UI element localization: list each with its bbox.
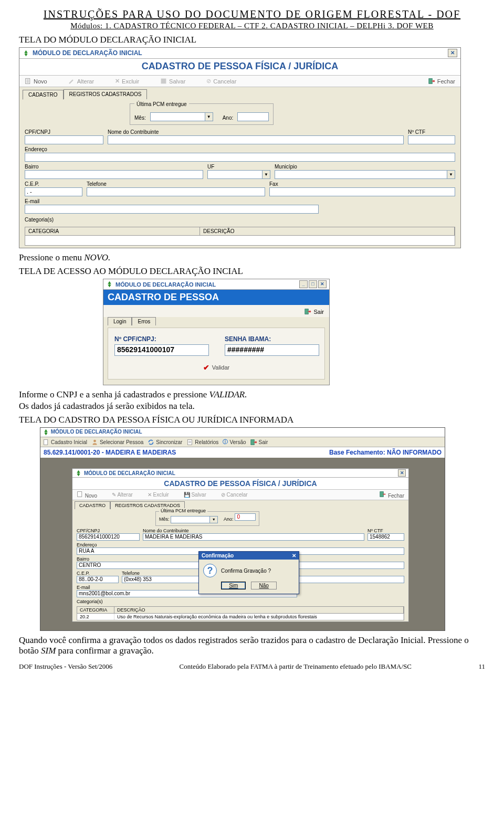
svg-point-5 [93,439,96,442]
menu-cadastro[interactable]: Cadastro Inicial [43,438,87,446]
screenshot-1: MÓDULO DE DECLARAÇÃO INICIAL ✕ CADASTRO … [19,47,461,248]
ano-input[interactable] [237,112,269,121]
categoria-grid-header: CATEGORIA DESCRIÇÃO [77,606,404,614]
window-subtitle: CADASTRO DE PESSOA FÍSICA / JURÍDICA [19,59,460,76]
col-categoria: CATEGORIA [77,607,114,613]
mes-label: Mês: [134,115,146,121]
exit-icon [428,78,435,85]
tab-cadastro[interactable]: CADASTRO [23,90,64,100]
uf-select[interactable]: ▼ [207,170,270,179]
tree-icon [23,50,29,57]
svg-rect-8 [78,492,82,497]
screenshot-3: MÓDULO DE DECLARAÇÃO INICIAL Cadastro In… [40,427,445,631]
bairro-label: Bairro [25,164,203,170]
close-icon[interactable]: ✕ [448,49,457,57]
cell-categoria: 20.2 [77,614,114,620]
tab-login[interactable]: Login [108,317,132,325]
excluir-button[interactable]: ✕ Excluir [148,492,169,498]
footer-page: 11 [478,662,485,671]
ano-label: Ano: [224,517,234,522]
banner: CADASTRO DE PESSOA [103,290,329,305]
maximize-icon[interactable]: □ [309,280,317,288]
municipio-select[interactable]: ▼ [275,170,455,179]
sim-button[interactable]: Sim [221,582,246,589]
cpfcnpj-input[interactable]: 85629141000120 [77,533,140,541]
municipio-label: Município [275,164,455,170]
close-icon[interactable]: ✕ [398,469,406,477]
nome-input[interactable] [108,135,404,144]
salvar-button[interactable]: 💾 Salvar [184,492,206,498]
senha-input[interactable]: ######### [225,344,319,356]
cancelar-button[interactable]: ⊘ Cancelar [221,492,248,498]
fechar-button[interactable]: Fechar [380,491,404,499]
close-icon[interactable]: ✕ [318,280,327,288]
fax-label: Fax [269,181,455,187]
pcm-legend: Última PCM entregue [134,101,189,107]
cancelar-button[interactable]: ⊘Cancelar [206,78,236,85]
menu-selecionar[interactable]: Selecionar Pessoa [91,438,143,446]
footer: DOF Instruções - Versão Set/2006 Conteúd… [19,662,485,671]
mes-select[interactable]: ▼ [150,112,213,121]
nctf-input[interactable] [408,135,455,144]
nao-button[interactable]: Não [251,582,276,589]
window-title: MÓDULO DE DECLARAÇÃO INICIAL [33,49,142,57]
alterar-button[interactable]: Alterar [68,78,94,85]
categorias-label: Categoria(s) [77,599,404,604]
svg-rect-1 [161,79,166,84]
page-icon [43,439,49,446]
bairro-input[interactable] [25,170,203,179]
telefone-input[interactable] [87,187,265,196]
novo-button[interactable]: Novo [25,78,47,85]
mes-select[interactable]: ▼ [171,516,218,523]
categoria-grid-body [25,236,455,246]
cell-descricao: Uso de Recursos Naturais-exploração econ… [114,614,404,620]
ano-label: Ano: [223,115,234,121]
sair-button[interactable]: Sair [304,308,324,315]
salvar-button[interactable]: Salvar [160,78,185,85]
fax-input[interactable] [269,187,455,196]
section-3-label: TELA DO CADSTRO DA PESSOA FÍSICA OU JURÍ… [19,415,485,425]
cep-input[interactable]: 88..00-2-0 [77,576,119,583]
instruction-1: Pressione o menu NOVO. [19,252,485,263]
cpf-input[interactable]: 85629141000107 [114,344,209,356]
menu-versao[interactable]: ⓘVersão [223,438,246,446]
email-input[interactable] [25,205,319,214]
menu-relatorios[interactable]: Relatórios [186,438,218,446]
close-icon[interactable]: ✕ [292,553,296,558]
window-title: MÓDULO DE DECLARAÇÃO INICIAL [116,281,216,288]
tab-registros[interactable]: REGISTROS CADASTRADOS [64,89,148,99]
ano-input[interactable]: 0 [235,513,256,521]
cancel-icon: ⊘ [206,78,211,85]
cpfcnpj-label: CPF/CNPJ [77,528,140,533]
minimize-icon[interactable]: _ [299,280,308,288]
instruction-3: Os dados já cadastrados já serão exibido… [19,401,485,412]
excluir-button[interactable]: ✕Excluir [115,78,139,85]
tab-cadastro[interactable]: CADASTRO [75,501,110,509]
nome-label: Nome do Contribuinte [108,129,404,135]
cep-label: C.E.P. [25,181,82,187]
nome-input[interactable]: MADEIRA E MADEIRAS [143,533,364,541]
senha-label: SENHA IBAMA: [225,335,319,343]
cpfcnpj-input[interactable] [25,135,103,144]
nctf-label: Nº CTF [368,528,404,533]
telefone-label: Telefone [87,181,265,187]
menu-sincronizar[interactable]: Sincronizar [148,438,182,446]
alterar-button[interactable]: ✎ Alterar [112,492,133,498]
screenshot-2: MÓDULO DE DECLARAÇÃO INICIAL _ □ ✕ CADAS… [103,279,330,385]
menu-sair[interactable]: Sair [250,438,268,446]
endereco-input[interactable] [25,153,455,162]
exit-icon [304,308,311,315]
svg-rect-7 [250,439,254,445]
tab-erros[interactable]: Erros [132,317,156,325]
nctf-input[interactable]: 1548862 [368,533,404,541]
fechar-button[interactable]: Fechar [428,78,455,85]
svg-rect-4 [44,439,47,445]
novo-button[interactable]: Novo [77,491,97,499]
uf-label: UF [207,164,270,170]
bairro-input[interactable]: CENTRO [77,562,208,569]
validar-button[interactable]: ✔ Validar [114,363,318,372]
question-icon: ? [203,564,217,577]
info-left: 85.629.141/0001-20 - MADEIRA E MADEIRAS [44,449,176,456]
exit-icon [380,491,386,498]
cep-input[interactable]: . - [25,187,82,196]
